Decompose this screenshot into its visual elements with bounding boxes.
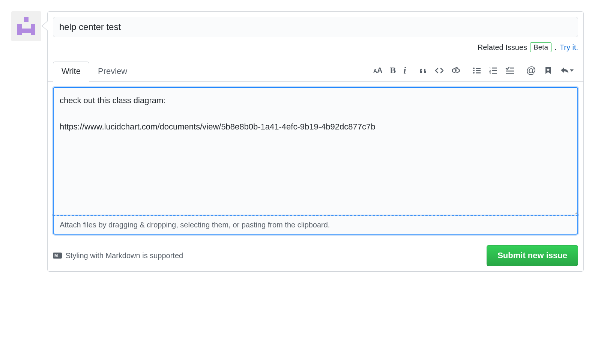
heading-button[interactable]: AA bbox=[373, 65, 383, 76]
title-input[interactable] bbox=[53, 17, 578, 37]
reply-icon bbox=[560, 66, 569, 75]
italic-button[interactable]: i bbox=[403, 64, 407, 77]
link-icon bbox=[451, 66, 460, 75]
unordered-list-button[interactable] bbox=[472, 65, 482, 76]
link-button[interactable] bbox=[451, 65, 461, 76]
mention-button[interactable]: @ bbox=[526, 64, 537, 77]
svg-rect-4 bbox=[17, 29, 22, 35]
svg-rect-15 bbox=[476, 72, 481, 74]
svg-point-10 bbox=[473, 68, 475, 69]
body-section: Attach files by dragging & dropping, sel… bbox=[48, 82, 583, 240]
ordered-list-icon: 123 bbox=[489, 66, 498, 75]
bookmark-icon bbox=[544, 66, 553, 75]
reply-button[interactable] bbox=[559, 65, 574, 76]
svg-rect-19 bbox=[492, 68, 497, 69]
period: . bbox=[554, 43, 557, 52]
tabs: Write Preview bbox=[53, 61, 136, 81]
tab-write[interactable]: Write bbox=[53, 62, 89, 82]
avatar bbox=[11, 11, 41, 41]
avatar-icon bbox=[15, 15, 38, 38]
svg-rect-13 bbox=[476, 68, 481, 69]
related-issues-row: Related Issues Beta . Try it. bbox=[48, 37, 583, 52]
comment-box: Related Issues Beta . Try it. Write Prev… bbox=[47, 11, 584, 272]
svg-rect-1 bbox=[17, 24, 22, 29]
markdown-icon: M↓ bbox=[53, 253, 62, 259]
related-issues-label: Related Issues bbox=[478, 43, 527, 52]
svg-text:A: A bbox=[373, 68, 377, 74]
ordered-list-button[interactable]: 123 bbox=[488, 65, 499, 76]
beta-badge: Beta bbox=[530, 42, 551, 52]
comment-arrow bbox=[42, 21, 48, 31]
code-icon bbox=[435, 66, 444, 75]
svg-rect-14 bbox=[476, 70, 481, 71]
tabs-toolbar: Write Preview AA B i bbox=[48, 52, 583, 82]
chevron-down-icon bbox=[570, 69, 574, 72]
text-style-group: AA B i bbox=[373, 64, 407, 77]
list-group: 123 bbox=[472, 65, 515, 76]
heading-icon: AA bbox=[373, 66, 382, 75]
bold-button[interactable]: B bbox=[389, 65, 397, 76]
svg-point-11 bbox=[473, 70, 475, 71]
svg-point-12 bbox=[473, 72, 475, 74]
markdown-help-link[interactable]: M↓ Styling with Markdown is supported bbox=[53, 251, 183, 260]
svg-rect-0 bbox=[24, 17, 29, 22]
insert-group bbox=[418, 65, 461, 76]
svg-rect-23 bbox=[506, 71, 514, 72]
issue-form: Related Issues Beta . Try it. Write Prev… bbox=[11, 11, 584, 272]
svg-text:A: A bbox=[377, 66, 382, 74]
task-list-button[interactable] bbox=[505, 65, 515, 76]
svg-rect-21 bbox=[492, 73, 497, 74]
svg-rect-22 bbox=[510, 68, 514, 69]
submit-issue-button[interactable]: Submit new issue bbox=[487, 245, 578, 266]
unordered-list-icon bbox=[472, 66, 481, 75]
svg-text:3: 3 bbox=[489, 72, 491, 75]
quote-button[interactable] bbox=[418, 65, 428, 76]
footer: M↓ Styling with Markdown is supported Su… bbox=[48, 240, 583, 271]
svg-rect-3 bbox=[22, 29, 31, 33]
svg-rect-24 bbox=[506, 73, 514, 74]
title-section bbox=[48, 12, 583, 37]
svg-rect-5 bbox=[31, 29, 35, 35]
task-list-icon bbox=[505, 66, 514, 75]
tab-preview[interactable]: Preview bbox=[89, 62, 136, 82]
comment-body-textarea[interactable] bbox=[53, 87, 578, 215]
quote-icon bbox=[418, 66, 427, 75]
formatting-toolbar: AA B i bbox=[373, 64, 578, 81]
saved-reply-button[interactable] bbox=[543, 65, 553, 76]
attach-files-bar[interactable]: Attach files by dragging & dropping, sel… bbox=[53, 215, 578, 235]
code-button[interactable] bbox=[434, 65, 445, 76]
extra-group: @ bbox=[526, 64, 574, 77]
try-it-link[interactable]: Try it. bbox=[560, 43, 578, 52]
markdown-help-text: Styling with Markdown is supported bbox=[66, 251, 183, 260]
svg-rect-20 bbox=[492, 70, 497, 71]
svg-rect-2 bbox=[31, 24, 35, 29]
